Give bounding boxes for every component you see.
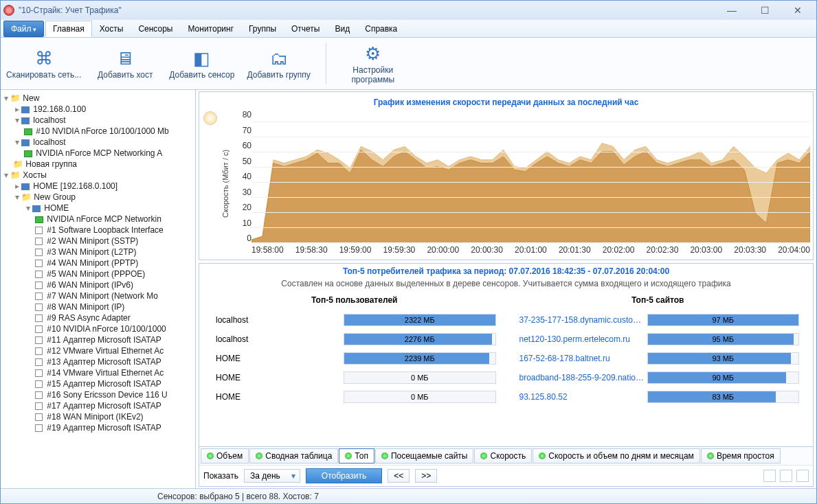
add-sensor-button[interactable]: ◧ Добавить сенсор — [169, 41, 234, 87]
menu-tab-1[interactable]: Хосты — [92, 21, 131, 37]
save-icon[interactable] — [780, 470, 792, 482]
print-icon[interactable] — [763, 470, 776, 482]
menu-tab-5[interactable]: Отчеты — [284, 21, 327, 37]
view-tab-5[interactable]: Скорость и объем по дням и месяцам — [533, 448, 700, 463]
tree-item[interactable]: #19 Адаптер Microsoft ISATAP — [2, 422, 194, 433]
row-label[interactable]: 93.125.80.52 — [517, 392, 647, 402]
top-row[interactable]: HOME0 МБ — [213, 368, 496, 387]
tree-item[interactable]: ▾📁 New Group — [2, 192, 194, 203]
dot-icon — [539, 453, 546, 459]
row-bar: 0 МБ — [344, 371, 496, 384]
tree-item[interactable]: #9 RAS Async Adapter — [2, 312, 194, 323]
zoom-icon[interactable] — [203, 111, 217, 125]
top-row[interactable]: 37-235-177-158.dynamic.customer.lant97 М… — [517, 310, 800, 330]
add-host-button[interactable]: 🖥 Добавить хост — [93, 41, 157, 87]
row-label[interactable]: 37-235-177-158.dynamic.customer.lant — [517, 315, 647, 325]
tree-item[interactable]: #12 VMware Virtual Ethernet Ac — [2, 345, 194, 356]
tree-item[interactable]: #10 NVIDIA nForce 10/100/1000 — [2, 323, 194, 334]
view-tab-2[interactable]: Топ — [339, 448, 374, 463]
tree-item[interactable]: #4 WAN Miniport (PPTP) — [2, 257, 194, 268]
top-row[interactable]: localhost2322 МБ — [213, 310, 496, 330]
tree-item[interactable]: NVIDIA nForce MCP Networking A — [2, 148, 194, 159]
settings-button[interactable]: ⚙ Настройки программы — [342, 41, 405, 87]
dot-icon — [345, 453, 352, 459]
prev-button[interactable]: << — [388, 469, 410, 483]
tree-item[interactable]: ▾ HOME — [2, 203, 194, 214]
row-bar: 90 МБ — [647, 371, 800, 384]
top-row[interactable]: broadband-188-255-9-209.nationalcabl90 М… — [517, 368, 800, 387]
menu-tab-2[interactable]: Сенсоры — [131, 21, 180, 37]
menu-tab-0[interactable]: Главная — [45, 21, 92, 37]
titlebar: "10-Страйк: Учет Трафика" — ☐ ✕ — [1, 1, 816, 20]
row-label[interactable]: net120-130.perm.ertelecom.ru — [517, 334, 647, 344]
tree-item[interactable]: #10 NVIDIA nForce 10/100/1000 Mb — [2, 126, 194, 137]
minimize-button[interactable]: — — [716, 3, 748, 18]
tree-item[interactable]: #5 WAN Miniport (PPPOE) — [2, 268, 194, 279]
top-sites-head: Топ-5 сайтов — [517, 293, 800, 310]
top-sites-column: Топ-5 сайтов 37-235-177-158.dynamic.cust… — [517, 293, 800, 446]
view-tab-0[interactable]: Объем — [201, 448, 249, 463]
menu-tab-6[interactable]: Вид — [328, 21, 358, 37]
top-users-head: Топ-5 пользователей — [213, 293, 496, 310]
tree-item[interactable]: ▾📁 Хосты — [2, 170, 194, 181]
period-combo[interactable]: За день — [244, 469, 300, 483]
display-button[interactable]: Отобразить — [306, 468, 382, 483]
chart-xaxis: 19:58:0019:58:3019:59:0019:59:3020:00:00… — [251, 243, 810, 257]
tree-item[interactable]: #8 WAN Miniport (IP) — [2, 301, 194, 312]
copy-icon[interactable] — [796, 470, 809, 482]
top-row[interactable]: 93.125.80.5283 МБ — [517, 387, 800, 406]
ribbon-separator — [326, 43, 326, 84]
tree-item[interactable]: #15 Адаптер Microsoft ISATAP — [2, 378, 194, 389]
tree-item[interactable]: #16 Sony Ericsson Device 116 U — [2, 389, 194, 400]
tree-item[interactable]: ▾ localhost — [2, 137, 194, 148]
dot-icon — [480, 453, 487, 459]
row-label: HOME — [213, 373, 344, 382]
menu-tab-3[interactable]: Мониторинг — [180, 21, 241, 37]
tree-item[interactable]: #2 WAN Miniport (SSTP) — [2, 236, 194, 247]
row-label[interactable]: 167-52-68-178.baltnet.ru — [517, 354, 647, 363]
tree-item[interactable]: #17 Адаптер Microsoft ISATAP — [2, 400, 194, 411]
next-button[interactable]: >> — [415, 469, 437, 483]
top-row[interactable]: localhost2276 МБ — [213, 330, 496, 349]
view-tab-4[interactable]: Скорость — [474, 448, 532, 463]
add-group-button[interactable]: 🗂 Добавить группу — [247, 41, 310, 87]
top-row[interactable]: net120-130.perm.ertelecom.ru95 МБ — [517, 330, 800, 349]
add-host-label: Добавить хост — [98, 70, 153, 80]
tree-item[interactable]: ▾ localhost — [2, 115, 194, 126]
show-bar: Показать За день Отобразить << >> — [199, 465, 813, 486]
top-row[interactable]: HOME2239 МБ — [213, 349, 496, 368]
close-button[interactable]: ✕ — [782, 3, 814, 18]
top-row[interactable]: HOME0 МБ — [213, 387, 496, 406]
top5-pane: Топ-5 потребителей трафика за период: 07… — [199, 263, 814, 487]
tree-item[interactable]: #1 Software Loopback Interface — [2, 225, 194, 236]
row-label[interactable]: broadband-188-255-9-209.nationalcabl — [517, 373, 647, 382]
maximize-button[interactable]: ☐ — [749, 3, 781, 18]
file-menu[interactable]: Файл — [3, 21, 44, 37]
tree-item[interactable]: #18 WAN Miniport (IKEv2) — [2, 411, 194, 422]
row-label: HOME — [213, 354, 344, 363]
view-tab-6[interactable]: Время простоя — [701, 448, 781, 463]
tree-item[interactable]: #14 VMware Virtual Ethernet Ac — [2, 367, 194, 378]
tree-item[interactable]: NVIDIA nForce MCP Networkin — [2, 214, 194, 225]
tree-item[interactable]: ▸ 192.168.0.100 — [2, 104, 194, 115]
tree-item[interactable]: ▾📁 New — [2, 93, 194, 104]
view-tab-3[interactable]: Посещаемые сайты — [375, 448, 474, 463]
tree-item[interactable]: #3 WAN Miniport (L2TP) — [2, 247, 194, 257]
status-text: Сенсоров: выбрано 5 | всего 88. Хостов: … — [157, 492, 319, 501]
scan-network-button[interactable]: ⌘ Сканировать сеть... — [6, 41, 81, 87]
view-tab-1[interactable]: Сводная таблица — [249, 448, 338, 463]
sensor-icon: ◧ — [188, 48, 216, 70]
menu-tab-7[interactable]: Справка — [357, 21, 405, 37]
tree-item[interactable]: #11 Адаптер Microsoft ISATAP — [2, 334, 194, 345]
add-sensor-label: Добавить сенсор — [169, 70, 234, 80]
tree-item[interactable]: #13 Адаптер Microsoft ISATAP — [2, 356, 194, 367]
menu-tab-4[interactable]: Группы — [241, 21, 284, 37]
sensor-tree[interactable]: ▾📁 New▸ 192.168.0.100▾ localhost #10 NVI… — [1, 90, 196, 488]
tree-item[interactable]: #7 WAN Miniport (Network Mo — [2, 290, 194, 301]
tree-item[interactable]: 📁 Новая группа — [2, 159, 194, 170]
chart-yaxis: 80706050403020100 — [231, 110, 251, 257]
tree-item[interactable]: ▸ HOME [192.168.0.100] — [2, 181, 194, 192]
tree-item[interactable]: #6 WAN Miniport (IPv6) — [2, 279, 194, 290]
network-icon: ⌘ — [30, 48, 58, 70]
top-row[interactable]: 167-52-68-178.baltnet.ru93 МБ — [517, 349, 800, 368]
